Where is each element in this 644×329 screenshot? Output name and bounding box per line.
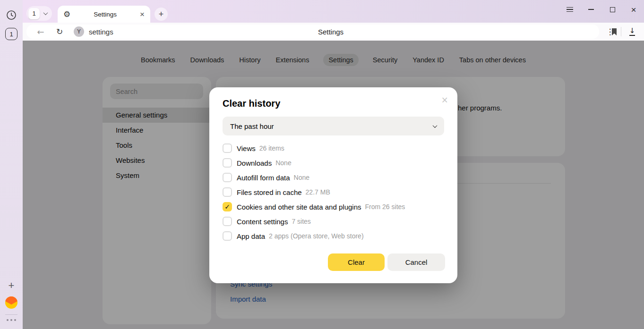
option-value: From 26 sites — [365, 203, 405, 211]
rail-plus-icon[interactable]: + — [9, 279, 15, 292]
time-range-value: The past hour — [230, 122, 433, 130]
reload-icon[interactable]: ↻ — [52, 27, 67, 36]
omnibox-page-title: Settings — [318, 23, 343, 41]
clear-button[interactable]: Clear — [328, 253, 385, 271]
more-options-icon[interactable]: ⋮ — [603, 27, 617, 36]
row-autofill: Autofill form data None — [223, 173, 444, 182]
option-value: None — [294, 174, 309, 181]
cancel-button[interactable]: Cancel — [387, 253, 445, 271]
option-label: Files stored in cache — [237, 188, 302, 196]
tab-count-badge[interactable]: 1 — [5, 28, 17, 40]
url-text: settings — [89, 28, 113, 36]
menu-icon[interactable] — [566, 6, 574, 13]
time-range-select[interactable]: The past hour — [223, 117, 444, 135]
rail-more-icon[interactable] — [7, 319, 16, 321]
new-tab-button[interactable]: + — [155, 8, 168, 21]
tab-settings[interactable]: ⚙ Settings × — [58, 6, 150, 23]
browser-side-rail: 1 + — [0, 0, 23, 329]
row-cache: Files stored in cache 22.7 MB — [223, 187, 444, 197]
checkbox-views[interactable] — [223, 143, 232, 153]
tab-group-count: 1 — [28, 8, 40, 19]
toolbar: ← ↻ Y settings Settings ⋮ ↓ — [23, 23, 644, 41]
tab-bar: 1 ⚙ Settings × + × — [23, 0, 644, 23]
checkbox-cache[interactable] — [223, 187, 232, 197]
tab-group-selector[interactable]: 1 — [26, 6, 52, 21]
maximize-icon[interactable] — [609, 6, 616, 13]
window-controls: × — [566, 0, 637, 19]
checkbox-downloads[interactable] — [223, 158, 232, 168]
option-value: 7 sites — [292, 218, 310, 225]
minimize-icon[interactable] — [587, 6, 595, 13]
checkbox-cookies[interactable] — [223, 202, 232, 211]
chevron-down-icon — [433, 123, 438, 128]
option-label: Autofill form data — [237, 174, 290, 182]
tab-close-icon[interactable]: × — [140, 10, 145, 18]
yandex-mail-icon[interactable] — [5, 296, 17, 309]
row-app-data: App data 2 apps (Opera store, Web store) — [223, 231, 444, 241]
row-content-settings: Content settings 7 sites — [223, 217, 444, 226]
toolbar-divider — [621, 27, 621, 36]
dialog-close-icon[interactable]: × — [440, 92, 450, 109]
row-views: Views 26 items — [223, 143, 444, 153]
dialog-title: Clear history — [223, 98, 280, 109]
checkbox-content-settings[interactable] — [223, 217, 232, 226]
toolbar-right: ⋮ ↓ — [603, 23, 639, 41]
checkbox-autofill[interactable] — [223, 173, 232, 182]
option-label: Content settings — [237, 218, 288, 226]
option-label: Cookies and other site data and plugins — [237, 203, 361, 211]
option-value: None — [275, 159, 291, 167]
row-cookies: Cookies and other site data and plugins … — [223, 202, 444, 211]
option-value: 22.7 MB — [306, 188, 330, 196]
window-close-icon[interactable]: × — [630, 6, 637, 13]
option-value: 26 items — [259, 144, 284, 152]
checkbox-app-data[interactable] — [223, 231, 232, 241]
chevron-down-icon — [43, 10, 48, 15]
downloads-icon[interactable]: ↓ — [625, 27, 639, 36]
tab-title: Settings — [70, 11, 140, 18]
history-clock-icon[interactable] — [6, 10, 17, 20]
option-value: 2 apps (Opera store, Web store) — [269, 232, 364, 240]
row-downloads: Downloads None — [223, 158, 444, 168]
site-icon: Y — [74, 26, 84, 37]
option-label: App data — [237, 232, 265, 240]
clear-options-list: Views 26 items Downloads None Autofill f… — [223, 143, 444, 241]
rail-divider — [5, 314, 17, 315]
gear-icon: ⚙ — [63, 10, 70, 18]
address-bar[interactable]: ← ↻ Y settings — [26, 25, 599, 39]
back-icon[interactable]: ← — [33, 27, 48, 37]
option-label: Downloads — [237, 159, 272, 167]
clear-history-dialog: Clear history × The past hour Views 26 i… — [209, 87, 457, 283]
option-label: Views — [237, 144, 256, 152]
